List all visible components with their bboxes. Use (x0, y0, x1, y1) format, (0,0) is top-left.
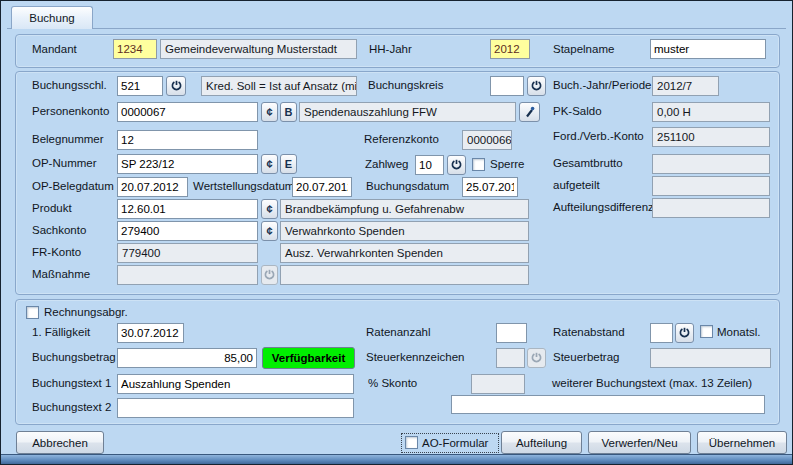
weiterer-buchungstext-input[interactable] (451, 395, 765, 414)
buchungstext1-input[interactable] (117, 374, 354, 394)
cycle-icon: ¢ (266, 226, 272, 237)
ratenanzahl-label: Ratenanzahl (366, 326, 431, 338)
massnahme-label: Maßnahme (32, 268, 90, 280)
fr-konto-desc-field: Ausz. Verwahrkonten Spenden (280, 243, 529, 263)
hh-jahr-label: HH-Jahr (369, 43, 412, 55)
aufgeteilt-label: aufgeteilt (553, 179, 600, 191)
produkt-input[interactable] (117, 199, 258, 219)
zahlweg-lookup-button[interactable] (447, 155, 466, 175)
monatsl-label: Monatsl. (717, 326, 760, 338)
buchungsdatum-label: Buchungsdatum (366, 180, 449, 192)
wertstellungsdatum-label: Wertstellungsdatum (193, 180, 294, 192)
op-belegdatum-input[interactable] (117, 177, 188, 197)
buchungsschl-lookup-button[interactable] (166, 76, 186, 96)
personenkonto-label: Personenkonto (32, 105, 109, 117)
ratenabstand-lookup-button[interactable] (675, 323, 694, 343)
faelligkeit-input[interactable] (117, 323, 184, 343)
buchungskreis-lookup-button[interactable] (527, 76, 546, 96)
hh-jahr-input[interactable] (490, 39, 530, 59)
personenkonto-desc-field: Spendenauszahlung FFW (299, 102, 516, 122)
referenzkonto-field: 0000066 (462, 130, 512, 150)
pk-saldo-label: PK-Saldo (553, 105, 602, 117)
buchungsbetrag-label: Buchungsbetrag (32, 351, 116, 363)
verfuegbarkeit-button[interactable]: Verfügbarkeit (262, 347, 355, 369)
produkt-desc-field: Brandbekämpfung u. Gefahrenabw (280, 199, 529, 219)
buchungsschl-input[interactable] (117, 76, 163, 96)
zahlweg-input[interactable] (415, 155, 444, 175)
skonto-field (471, 374, 525, 394)
personenkonto-cycle-button[interactable]: ¢ (261, 102, 278, 122)
lookup-icon (451, 159, 462, 171)
tab-buchung-label: Buchung (29, 12, 74, 24)
buchungsdatum-input[interactable] (462, 177, 518, 197)
mandant-name-field: Gemeindeverwaltung Musterstadt (160, 39, 357, 59)
ao-formular-checkbox[interactable] (405, 436, 418, 449)
buchungstext2-input[interactable] (117, 398, 354, 418)
lookup-icon (531, 352, 542, 364)
uebernehmen-button[interactable]: Übernehmen (697, 431, 787, 454)
sachkonto-input[interactable] (117, 221, 258, 241)
lookup-icon (531, 80, 542, 92)
lookup-icon (679, 327, 690, 339)
cycle-icon: ¢ (266, 107, 272, 118)
produkt-label: Produkt (32, 202, 72, 214)
aufteilungsdifferenz-label: Aufteilungsdifferenz (553, 201, 654, 213)
zahlweg-label: Zahlweg (365, 158, 408, 170)
sperre-label: Sperre (490, 158, 525, 170)
mandant-code-input[interactable] (113, 39, 157, 59)
weiterer-buchungstext-label: weiterer Buchungstext (max. 13 Zeilen) (552, 377, 752, 389)
rechnungsabgr-label: Rechnungsabgr. (44, 306, 128, 318)
fr-konto-label: FR-Konto (32, 246, 81, 258)
buchungstext1-label: Buchungstext 1 (32, 377, 111, 389)
produkt-cycle-button[interactable]: ¢ (261, 199, 278, 219)
personenkonto-b-button[interactable]: B (280, 102, 297, 122)
ratenabstand-label: Ratenabstand (553, 326, 625, 338)
aufgeteilt-field (652, 176, 770, 196)
ratenabstand-input[interactable] (650, 323, 673, 343)
personenkonto-input[interactable] (117, 102, 258, 122)
op-nummer-e-button[interactable]: E (280, 154, 297, 174)
op-nummer-cycle-button[interactable]: ¢ (261, 154, 278, 174)
massnahme-field (117, 265, 258, 285)
steuerbetrag-field (650, 348, 771, 368)
aufteilungsdifferenz-field (652, 198, 770, 218)
op-belegdatum-label: OP-Belegdatum (32, 180, 114, 192)
personenkonto-search-button[interactable] (519, 102, 540, 122)
tab-buchung[interactable]: Buchung (11, 6, 93, 29)
tab-strip-line (7, 28, 786, 29)
sachkonto-label: Sachkonto (32, 224, 86, 236)
faelligkeit-label: 1. Fälligkeit (32, 326, 90, 338)
buchungsbetrag-input[interactable] (117, 348, 257, 368)
monatsl-checkbox[interactable] (700, 325, 713, 338)
stapelname-label: Stapelname (553, 43, 614, 55)
op-nummer-input[interactable] (117, 154, 258, 174)
window-bottom-frame (1, 454, 792, 464)
buch-jahr-periode-label: Buch.-Jahr/Periode (553, 79, 651, 91)
gesamtbrutto-label: Gesamtbrutto (553, 157, 623, 169)
aufteilung-button[interactable]: Aufteilung (501, 431, 582, 454)
ratenanzahl-input[interactable] (496, 323, 527, 343)
gesamtbrutto-field (652, 154, 770, 174)
buchungsschl-desc-field: Kred. Soll = Ist auf Ansatz (mit Zah (201, 76, 357, 96)
steuerkennzeichen-lookup-button-disabled (527, 348, 546, 368)
sachkonto-desc-field: Verwahrkonto Spenden (280, 221, 529, 241)
sperre-checkbox[interactable] (472, 158, 485, 171)
ford-verb-konto-field: 251100 (652, 127, 770, 147)
abbrechen-button[interactable]: Abbrechen (16, 431, 104, 454)
verwerfen-neu-button[interactable]: Verwerfen/Neu (588, 431, 691, 454)
wand-icon (524, 106, 536, 119)
pk-saldo-field: 0,00 H (652, 102, 770, 122)
lookup-icon (264, 269, 275, 281)
rechnungsabgr-checkbox[interactable] (26, 306, 39, 319)
stapelname-input[interactable] (650, 39, 766, 59)
wertstellungsdatum-input[interactable] (292, 177, 352, 197)
buch-jahr-periode-field: 2012/7 (652, 76, 719, 96)
ford-verb-konto-label: Ford./Verb.-Konto (553, 130, 644, 142)
buchungskreis-input[interactable] (490, 76, 524, 96)
sachkonto-cycle-button[interactable]: ¢ (261, 221, 278, 241)
cycle-icon: ¢ (266, 204, 272, 215)
ao-formular-label: AO-Formular (422, 437, 488, 449)
buchungstext2-label: Buchungstext 2 (32, 401, 111, 413)
steuerbetrag-label: Steuerbetrag (553, 351, 620, 363)
belegnummer-input[interactable] (117, 130, 258, 150)
